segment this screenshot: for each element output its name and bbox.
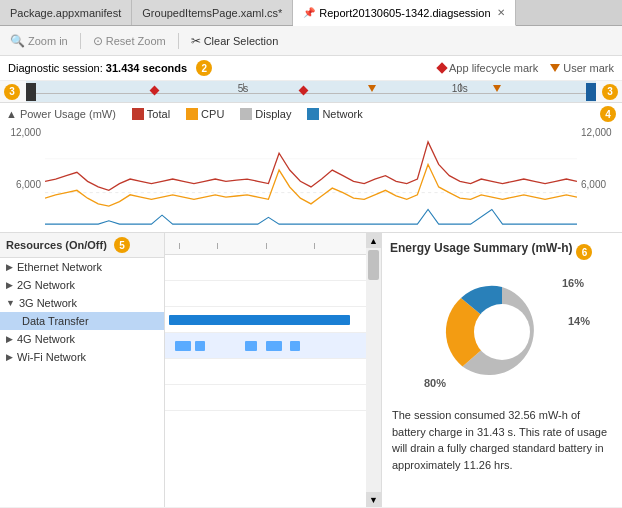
resource-item-3g[interactable]: ▼ 3G Network <box>0 294 164 312</box>
track-dt-bar-4 <box>266 341 282 351</box>
scroll-thumb[interactable] <box>368 250 379 280</box>
legend-network: Network <box>307 108 362 120</box>
track-row-data-transfer <box>165 333 366 359</box>
tab-grouped[interactable]: GroupedItemsPage.xaml.cs* <box>132 0 293 25</box>
y-label-12k-left: 12,000 <box>4 127 41 138</box>
timeline-badge-start: 3 <box>4 84 20 100</box>
tick-5s-label: 5s <box>238 83 249 94</box>
resource-item-data-transfer[interactable]: Data Transfer <box>0 312 164 330</box>
legend-display-label: Display <box>255 108 291 120</box>
energy-panel: Energy Usage Summary (mW-h) 6 80% 16% <box>382 233 622 507</box>
timeline-handle-right[interactable] <box>586 83 596 101</box>
resource-item-2g[interactable]: ▶ 2G Network <box>0 276 164 294</box>
track-row-2g <box>165 281 366 307</box>
y-label-12k-right: 12,000 <box>581 127 618 138</box>
chart-title-label: Power Usage (mW) <box>20 108 116 120</box>
chart-canvas <box>45 125 577 232</box>
diagnostic-badge-2: 2 <box>196 60 212 76</box>
power-chart-svg <box>45 125 577 232</box>
arrow-icon-3g: ▼ <box>6 298 15 308</box>
tab-package[interactable]: Package.appxmanifest <box>0 0 132 25</box>
tracks-scrollbar[interactable]: ▲ ▼ <box>366 233 381 507</box>
resources-title: Resources (On/Off) <box>6 239 107 251</box>
track-dt-bar-1 <box>175 341 191 351</box>
ruler-tick-5s: 5s <box>243 83 244 91</box>
resource-item-wifi[interactable]: ▶ Wi-Fi Network <box>0 348 164 366</box>
timeline-ruler[interactable]: 3 5s 10s 3 <box>0 81 622 103</box>
chart-body: 12,000 6,000 12,000 6, <box>0 125 622 232</box>
track-row-wifi <box>165 385 366 411</box>
chart-title: ▲ Power Usage (mW) <box>6 108 116 120</box>
tab-report[interactable]: 📌 Report20130605-1342.diagsession ✕ <box>293 0 515 26</box>
arrow-icon-wifi: ▶ <box>6 352 13 362</box>
energy-description: The session consumed 32.56 mW-h of batte… <box>390 407 614 473</box>
legend-network-color <box>307 108 319 120</box>
y-axis-left: 12,000 6,000 <box>0 125 45 232</box>
chart-header: ▲ Power Usage (mW) Total CPU Display Net… <box>0 103 622 125</box>
resources-panel: Resources (On/Off) 5 ▶ Ethernet Network … <box>0 233 165 507</box>
y-axis-right: 12,000 6,000 <box>577 125 622 232</box>
ruler-line <box>26 93 596 94</box>
arrow-icon-ethernet: ▶ <box>6 262 13 272</box>
tab-close-button[interactable]: ✕ <box>497 7 505 18</box>
scroll-up-button[interactable]: ▲ <box>366 233 381 248</box>
chart-expand-icon[interactable]: ▲ <box>6 108 17 120</box>
timeline-handle-left[interactable] <box>26 83 36 101</box>
toolbar: 🔍 Zoom in ⊙ Reset Zoom ✂ Clear Selection <box>0 26 622 56</box>
legend-display: Display <box>240 108 291 120</box>
ruler-triangle-1 <box>368 85 376 92</box>
tab-grouped-label: GroupedItemsPage.xaml.cs* <box>142 7 282 19</box>
resource-item-ethernet[interactable]: ▶ Ethernet Network <box>0 258 164 276</box>
reset-zoom-label: Reset Zoom <box>106 35 166 47</box>
tracks-header <box>165 233 366 255</box>
chart-area: ▲ Power Usage (mW) Total CPU Display Net… <box>0 103 622 233</box>
track-dt-bar-2 <box>195 341 205 351</box>
energy-header: Energy Usage Summary (mW-h) 6 <box>390 241 614 263</box>
tracks-panel: ▲ ▼ <box>165 233 382 507</box>
user-mark-label: User mark <box>563 62 614 74</box>
reset-zoom-button[interactable]: ⊙ Reset Zoom <box>87 31 172 51</box>
energy-title: Energy Usage Summary (mW-h) <box>390 241 572 255</box>
tab-report-label: Report20130605-1342.diagsession <box>319 7 490 19</box>
arrow-icon-2g: ▶ <box>6 280 13 290</box>
tracks-ruler-mini <box>169 233 362 254</box>
scroll-down-button[interactable]: ▼ <box>366 492 381 507</box>
tick-10s-label: 10s <box>452 83 468 94</box>
legend-total-label: Total <box>147 108 170 120</box>
triangle-down-icon <box>550 64 560 72</box>
ruler-triangle-2 <box>493 85 501 92</box>
legend-cpu: CPU <box>186 108 224 120</box>
resource-4g-label: 4G Network <box>17 333 75 345</box>
resource-data-transfer-label: Data Transfer <box>22 315 89 327</box>
track-3g-bar <box>169 315 350 325</box>
donut-chart: 80% 16% 14% <box>412 267 592 397</box>
donut-label-16: 16% <box>562 277 584 289</box>
zoom-in-button[interactable]: 🔍 Zoom in <box>4 31 74 51</box>
y-label-6k-right: 6,000 <box>581 179 618 190</box>
timeline-badge-end: 3 <box>602 84 618 100</box>
legend-display-color <box>240 108 252 120</box>
clear-selection-label: Clear Selection <box>204 35 279 47</box>
resources-header: Resources (On/Off) 5 <box>0 233 164 258</box>
tracks-content <box>165 233 366 507</box>
user-mark: User mark <box>550 62 614 74</box>
scroll-track[interactable] <box>366 248 381 492</box>
clear-selection-button[interactable]: ✂ Clear Selection <box>185 31 285 51</box>
resources-badge-5: 5 <box>114 237 130 253</box>
resource-item-4g[interactable]: ▶ 4G Network <box>0 330 164 348</box>
legend-network-label: Network <box>322 108 362 120</box>
energy-badge-6: 6 <box>576 244 592 260</box>
chart-badge-4: 4 <box>600 106 616 122</box>
diagnostic-session-info: Diagnostic session: 31.434 seconds 2 <box>8 60 212 76</box>
track-dt-bar-5 <box>290 341 300 351</box>
donut-hole <box>474 304 530 360</box>
resource-items-list: ▶ Ethernet Network ▶ 2G Network ▼ 3G Net… <box>0 258 164 507</box>
track-row-3g <box>165 307 366 333</box>
tab-bar: Package.appxmanifest GroupedItemsPage.xa… <box>0 0 622 26</box>
arrow-icon-4g: ▶ <box>6 334 13 344</box>
timeline-selection <box>26 81 596 102</box>
resource-2g-label: 2G Network <box>17 279 75 291</box>
diagnostic-marks: App lifecycle mark User mark <box>438 62 614 74</box>
bottom-section: Resources (On/Off) 5 ▶ Ethernet Network … <box>0 233 622 507</box>
ruler-track[interactable]: 5s 10s <box>26 81 596 102</box>
